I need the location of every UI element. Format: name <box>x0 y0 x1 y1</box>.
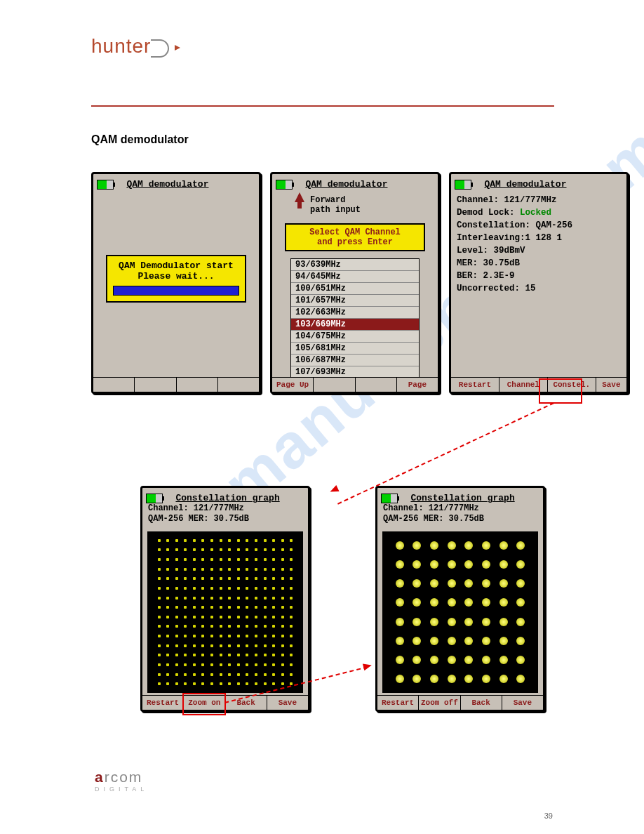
highlight-constel-button <box>539 378 582 404</box>
softkey-restart[interactable]: Restart <box>451 378 499 392</box>
softkey-pageup[interactable]: Page Up <box>272 378 314 392</box>
constellation-grid-16 <box>147 531 303 693</box>
progress-bar <box>113 286 239 296</box>
channel-item[interactable]: 103/669MHz <box>291 319 419 331</box>
constellation-info: Channel: 121/777MHz QAM-256 MER: 30.75dB <box>148 503 249 524</box>
divider <box>91 105 554 107</box>
battery-icon <box>455 180 471 190</box>
screen-constellation-8: Constellation graph Channel: 121/777MHz … <box>375 486 545 712</box>
channel-item[interactable]: 107/693MHz <box>291 366 419 378</box>
softkey-zoom-off[interactable]: Zoom off <box>419 696 460 710</box>
channel-item[interactable]: 104/675MHz <box>291 331 419 343</box>
softkey-save[interactable]: Save <box>596 378 626 392</box>
softkey4[interactable] <box>218 378 259 392</box>
softkey-bar <box>93 377 259 392</box>
stat-demod-lock: Demod Lock: Locked <box>457 206 621 219</box>
channel-item[interactable]: 106/687MHz <box>291 355 419 366</box>
select-prompt: Select QAM Channel and press Enter <box>285 223 425 251</box>
screen-qam-start: QAM demodulator QAM Demodulator start Pl… <box>91 172 261 394</box>
screen-constellation-16: Constellation graph Channel: 121/777MHz … <box>140 486 310 712</box>
stat-level: Level: 39dBmV <box>457 244 621 257</box>
screen-title: QAM demodulator <box>305 179 387 190</box>
page-number: 39 <box>544 812 553 820</box>
wait-dialog: QAM Demodulator start Please wait... <box>106 255 246 303</box>
stat-mer: MER: 30.75dB <box>457 257 621 270</box>
battery-icon <box>381 494 398 503</box>
stats-block: Channel: 121/777MHz Demod Lock: Locked C… <box>457 194 621 295</box>
softkey-bar: Page Up Page Down <box>272 377 438 392</box>
softkey3[interactable] <box>356 378 397 392</box>
channel-item[interactable]: 93/639MHz <box>291 259 419 271</box>
wait-line1: QAM Demodulator start <box>110 260 242 271</box>
stat-interleaving: Interleaving:1 128 1 <box>457 232 621 244</box>
constellation-grid-8 <box>382 531 538 693</box>
channel-list[interactable]: 93/639MHz94/645MHz100/651MHz101/657MHz10… <box>290 258 420 378</box>
arrow-head-icon <box>328 485 339 495</box>
hunter-logo: hunter <box>91 35 176 58</box>
softkey-restart[interactable]: Restart <box>142 696 184 710</box>
forward-input-label: Forward path input <box>310 195 361 215</box>
softkey-restart[interactable]: Restart <box>377 696 419 710</box>
battery-icon <box>276 180 293 190</box>
section-title: QAM demodulator <box>91 133 189 146</box>
softkey-pagedown[interactable]: Page Down <box>397 378 438 392</box>
battery-icon <box>146 494 163 503</box>
stat-ber: BER: 2.3E-9 <box>457 270 621 282</box>
softkey-save[interactable]: Save <box>267 696 308 710</box>
swoosh-icon <box>151 38 176 58</box>
stat-constellation: Constellation: QAM-256 <box>457 219 621 232</box>
screen-title: QAM demodulator <box>484 179 566 190</box>
highlight-zoom-button <box>182 693 226 715</box>
softkey-save[interactable]: Save <box>502 696 543 710</box>
battery-icon <box>97 180 114 190</box>
screen-title: Constellation graph <box>410 493 514 503</box>
channel-item[interactable]: 102/663MHz <box>291 307 419 319</box>
channel-item[interactable]: 105/681MHz <box>291 343 419 355</box>
softkey3[interactable] <box>177 378 218 392</box>
softkey2[interactable] <box>314 378 355 392</box>
stat-uncorrected: Uncorrected: 15 <box>457 282 621 295</box>
screen-title: Constellation graph <box>175 493 279 503</box>
softkey1[interactable] <box>93 378 135 392</box>
constellation-info: Channel: 121/777MHz QAM-256 MER: 30.75dB <box>383 503 484 524</box>
stat-channel: Channel: 121/777MHz <box>457 194 621 206</box>
wait-line2: Please wait... <box>110 271 242 282</box>
screen-channel-select: QAM demodulator Forward path input Selec… <box>270 172 440 394</box>
softkey-back[interactable]: Back <box>461 696 502 710</box>
arcom-logo: arcom DIGITAL <box>95 769 151 793</box>
channel-item[interactable]: 94/645MHz <box>291 271 419 283</box>
channel-item[interactable]: 101/657MHz <box>291 295 419 307</box>
softkey2[interactable] <box>135 378 176 392</box>
softkey-bar: Restart Zoom off Back Save <box>377 695 543 710</box>
arrow-up-icon <box>295 192 304 202</box>
arrow-head-icon <box>363 662 373 671</box>
screen-title: QAM demodulator <box>126 179 208 190</box>
screen-qam-stats: QAM demodulator Channel: 121/777MHz Demo… <box>449 172 629 394</box>
channel-item[interactable]: 100/651MHz <box>291 283 419 295</box>
